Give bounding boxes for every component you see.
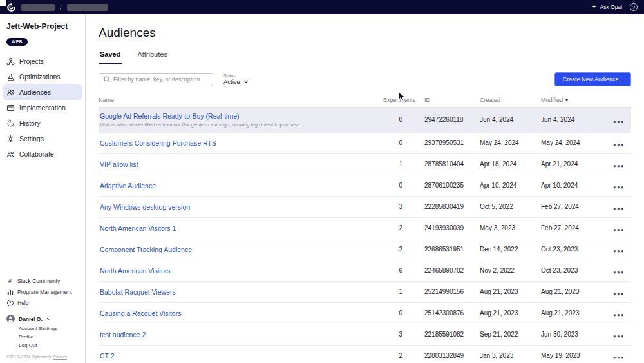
table-row[interactable]: CT 2 2 22803132849 Jan 3, 2023 May 19, 2… xyxy=(99,346,631,363)
slack-community-link[interactable]: # Slack Community xyxy=(6,275,79,286)
topbar-breadcrumb: / xyxy=(6,3,108,12)
row-menu-button[interactable]: ●●● xyxy=(613,184,625,190)
redacted-project-name[interactable] xyxy=(67,4,108,11)
sidebar-item-collaborate[interactable]: Collaborate xyxy=(0,146,85,162)
sidebar-nav: Projects Optimizations Audiences xyxy=(0,54,85,162)
row-menu-button[interactable]: ●●● xyxy=(613,119,625,124)
sidebar-item-optimizations[interactable]: Optimizations xyxy=(0,69,85,84)
column-header-id[interactable]: ID xyxy=(415,97,480,103)
table-row[interactable]: Any Windows desktop version 3 2228583041… xyxy=(99,197,631,218)
table-row[interactable]: Babolat Racquet Viewers 1 25214990156 Au… xyxy=(99,282,631,303)
sidebar-item-projects[interactable]: Projects xyxy=(0,54,85,69)
topbar-actions: Ask Opal ? xyxy=(591,3,638,11)
name-cell: Adaptive Audience xyxy=(99,182,369,190)
audience-name-link[interactable]: North American Visitors 1 xyxy=(100,224,363,232)
table-row[interactable]: Customers Considering Purchase RTS 0 293… xyxy=(99,133,631,154)
privacy-link[interactable]: Privacy xyxy=(53,355,67,359)
row-menu-button[interactable]: ●●● xyxy=(613,142,625,148)
user-menu: Daniel O. Account Settings Profile Log O… xyxy=(6,315,79,349)
sidebar-item-audiences[interactable]: Audiences xyxy=(3,84,82,100)
redacted-account-name[interactable] xyxy=(21,4,55,11)
row-menu-button[interactable]: ●●● xyxy=(613,227,625,233)
table-row[interactable]: VIP allow list 1 28785810404 Apr 18, 202… xyxy=(99,154,631,175)
table-row[interactable]: North American Visitors 1 2 24193930039 … xyxy=(99,218,631,239)
row-menu-button[interactable]: ●●● xyxy=(613,312,625,318)
created-cell: Nov 2, 2022 xyxy=(480,267,541,274)
table-row[interactable]: test audience 2 3 22185591082 Sep 21, 20… xyxy=(99,324,631,346)
optimizely-logo-icon[interactable] xyxy=(6,3,16,12)
name-cell: CT 2 xyxy=(99,352,369,360)
table-row[interactable]: Causing a Racquet Visitors 0 25142300876… xyxy=(99,303,631,324)
menu-cell: ●●● xyxy=(603,159,631,170)
column-header-experiments[interactable]: Experiments xyxy=(369,97,415,103)
column-header-name[interactable]: Name xyxy=(99,97,369,103)
id-cell: 22803132849 xyxy=(415,352,480,359)
audience-name-link[interactable]: Adaptive Audience xyxy=(100,182,363,190)
experiments-cell: 0 xyxy=(369,182,415,189)
status-dropdown[interactable]: Status Active xyxy=(223,74,249,85)
column-header-created[interactable]: Created xyxy=(480,97,541,103)
help-icon[interactable]: ? xyxy=(630,3,638,11)
sidebar-item-label: Optimizations xyxy=(19,73,61,81)
tab-attributes[interactable]: Attributes xyxy=(136,50,168,64)
page-title: Audiences xyxy=(99,26,631,40)
audience-name-link[interactable]: test audience 2 xyxy=(100,331,363,338)
program-management-link[interactable]: Program Management xyxy=(6,286,79,297)
audience-name-link[interactable]: VIP allow list xyxy=(100,161,363,168)
row-menu-button[interactable]: ●●● xyxy=(613,206,625,211)
table-row[interactable]: Adaptive Audience 0 28706100235 Apr 10, … xyxy=(99,175,631,197)
projects-icon xyxy=(6,57,15,66)
table-row[interactable]: North American Visitors 6 22465890702 No… xyxy=(99,260,631,282)
audience-name-link[interactable]: Customers Considering Purchase RTS xyxy=(100,139,363,147)
id-cell: 22465890702 xyxy=(415,267,480,274)
create-new-audience-button[interactable]: Create New Audience... xyxy=(554,72,631,86)
experiments-cell: 0 xyxy=(369,139,415,146)
created-cell: Jan 3, 2023 xyxy=(480,352,541,359)
audiences-icon xyxy=(6,88,15,97)
audience-name-link[interactable]: Causing a Racquet Visitors xyxy=(100,309,363,317)
bar-chart-icon xyxy=(6,289,14,295)
modified-cell: May 24, 2024 xyxy=(541,139,603,146)
row-menu-button[interactable]: ●●● xyxy=(613,270,625,275)
menu-cell: ●●● xyxy=(603,201,631,213)
audience-name-link[interactable]: Google Ad Referrals Ready-to-Buy (Real-t… xyxy=(100,112,363,120)
audience-name-link[interactable]: CT 2 xyxy=(100,352,363,360)
table-row[interactable]: Component Tracking Audience 2 2268653195… xyxy=(99,239,631,260)
row-menu-button[interactable]: ●●● xyxy=(613,355,625,360)
row-menu-button[interactable]: ●●● xyxy=(613,163,625,169)
ask-opal-button[interactable]: Ask Opal xyxy=(591,4,623,11)
sidebar-item-label: Audiences xyxy=(19,88,51,96)
id-cell: 22285830419 xyxy=(415,203,480,210)
sidebar-item-implementation[interactable]: Implementation xyxy=(0,100,85,115)
column-header-modified[interactable]: Modified xyxy=(541,97,603,103)
table-row[interactable]: Google Ad Referrals Ready-to-Buy (Real-t… xyxy=(99,108,631,133)
audience-name-link[interactable]: North American Visitors xyxy=(100,267,363,275)
logout-link[interactable]: Log Out xyxy=(19,341,79,349)
sidebar-item-label: Settings xyxy=(19,135,44,142)
sidebar-item-settings[interactable]: Settings xyxy=(0,131,85,146)
collaborate-icon xyxy=(6,150,15,159)
filter-input[interactable] xyxy=(113,76,208,83)
id-cell: 22686531951 xyxy=(415,246,480,253)
sidebar-item-history[interactable]: History xyxy=(0,115,85,131)
tab-saved[interactable]: Saved xyxy=(99,50,122,64)
profile-link[interactable]: Profile xyxy=(19,333,79,341)
user-menu-toggle[interactable]: Daniel O. xyxy=(6,315,79,323)
modified-cell: Oct 23, 2023 xyxy=(541,267,603,274)
row-menu-button[interactable]: ●●● xyxy=(613,291,625,297)
audience-name-link[interactable]: Any Windows desktop version xyxy=(100,203,363,211)
account-settings-link[interactable]: Account Settings xyxy=(19,324,79,333)
audience-name-link[interactable]: Component Tracking Audience xyxy=(100,246,363,253)
row-menu-button[interactable]: ●●● xyxy=(613,248,625,254)
help-link[interactable]: ? Help xyxy=(6,297,79,308)
modified-cell: Apr 10, 2024 xyxy=(541,182,603,189)
name-cell: Component Tracking Audience xyxy=(99,246,369,253)
name-cell: North American Visitors xyxy=(99,267,369,275)
modified-cell: Oct 23, 2023 xyxy=(541,246,603,253)
row-menu-button[interactable]: ●●● xyxy=(613,333,625,339)
top-bar: / Ask Opal ? xyxy=(0,0,644,14)
filter-searchbox[interactable] xyxy=(99,73,213,86)
experiments-cell: 3 xyxy=(369,331,415,338)
experiments-cell: 0 xyxy=(369,116,415,123)
audience-name-link[interactable]: Babolat Racquet Viewers xyxy=(100,288,363,296)
